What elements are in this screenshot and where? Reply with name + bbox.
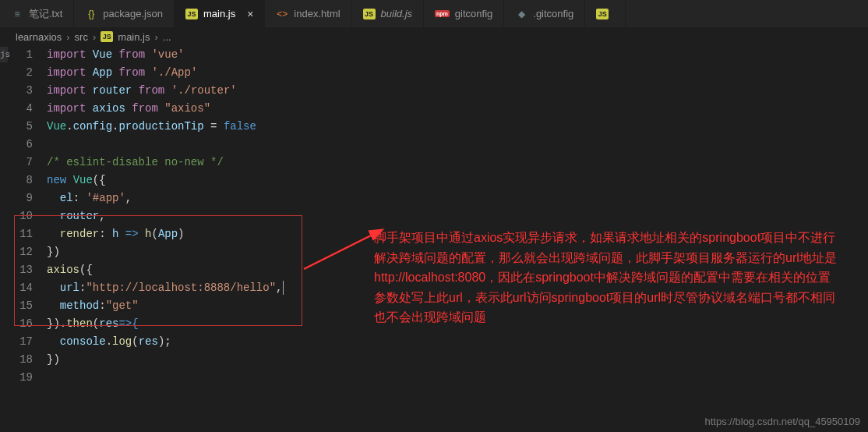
- breadcrumb-segment[interactable]: ...: [163, 31, 171, 43]
- chevron-right-icon: ›: [93, 31, 96, 43]
- json-file-icon: {}: [85, 8, 97, 20]
- line-number: 12: [0, 243, 33, 261]
- line-number: 16: [0, 315, 33, 333]
- editor-tab[interactable]: ≡笔记.txt: [0, 0, 74, 27]
- line-number: 19: [0, 369, 33, 387]
- gear-file-icon: ◆: [515, 8, 528, 20]
- breadcrumb-segment[interactable]: src: [75, 31, 88, 43]
- line-number: 14: [0, 279, 33, 297]
- editor-tab[interactable]: {}package.json: [74, 0, 175, 27]
- text-cursor: [283, 281, 284, 295]
- tab-label: gitconfig: [455, 8, 492, 19]
- line-number: 10: [0, 207, 33, 225]
- chevron-right-icon: ›: [154, 31, 157, 43]
- tab-label: 笔记.txt: [29, 7, 62, 21]
- html-file-icon: <>: [276, 8, 288, 20]
- watermark: https://blog.csdn.net/qq_45950109: [705, 416, 861, 427]
- tab-label: build.js: [381, 8, 412, 19]
- js-file-icon: JS: [185, 9, 198, 19]
- breadcrumb-segment[interactable]: learnaxios: [16, 31, 62, 43]
- line-number: 11: [0, 225, 33, 243]
- js-file-icon: JS: [101, 31, 113, 42]
- tab-label: package.json: [103, 8, 163, 19]
- editor-tab[interactable]: <>index.html: [265, 0, 351, 27]
- line-number: 3: [0, 82, 33, 100]
- js-file-icon: JS: [363, 9, 376, 19]
- breadcrumb: learnaxios › src › JS main.js › ...: [0, 27, 868, 46]
- tab-label: main.js: [203, 8, 235, 19]
- breadcrumb-segment[interactable]: main.js: [118, 31, 150, 43]
- line-number: 18: [0, 351, 33, 369]
- tab-label: .gitconfig: [533, 8, 573, 19]
- editor-tabs: ≡笔记.txt{}package.jsonJSmain.js×<>index.h…: [0, 0, 868, 27]
- js-file-icon: JS: [596, 9, 609, 19]
- chevron-right-icon: ›: [66, 31, 69, 43]
- annotation-text: 脚手架项目中通过axios实现异步请求，如果请求地址相关的springboot项…: [374, 228, 842, 328]
- npm-file-icon: npm: [435, 10, 450, 17]
- line-gutter: 12345678910111213141516171819: [0, 46, 47, 387]
- line-number: 13: [0, 261, 33, 279]
- line-number: 1: [0, 46, 33, 64]
- tab-label: index.html: [294, 8, 340, 19]
- line-number: 5: [0, 118, 33, 136]
- code-editor[interactable]: 12345678910111213141516171819 import Vue…: [0, 46, 868, 387]
- close-icon[interactable]: ×: [247, 8, 253, 20]
- line-number: 2: [0, 64, 33, 82]
- code-area[interactable]: import Vue from 'vue' import App from '.…: [47, 46, 868, 387]
- editor-tab[interactable]: npmgitconfig: [424, 0, 504, 27]
- line-number: 17: [0, 333, 33, 351]
- line-number: 7: [0, 154, 33, 172]
- line-number: 9: [0, 189, 33, 207]
- editor-tab[interactable]: JSbuild.js: [352, 0, 424, 27]
- editor-tab[interactable]: ◆.gitconfig: [504, 0, 585, 27]
- line-number: 8: [0, 172, 33, 189]
- editor-tab[interactable]: JSmain.js×: [175, 0, 265, 27]
- editor-tab[interactable]: JS: [585, 0, 626, 27]
- line-number: 15: [0, 297, 33, 315]
- txt-file-icon: ≡: [11, 8, 23, 20]
- line-number: 4: [0, 100, 33, 118]
- line-number: 6: [0, 136, 33, 154]
